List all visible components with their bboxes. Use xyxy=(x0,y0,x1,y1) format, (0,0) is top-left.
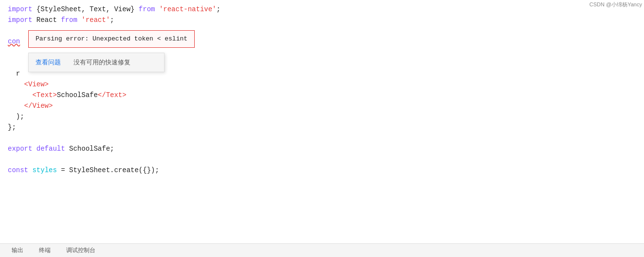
styles-var: styles xyxy=(32,165,56,176)
code-line-10: }; xyxy=(8,122,644,133)
code-area: import {StyleSheet, Text, View} from 're… xyxy=(0,0,644,179)
keyword-import: import xyxy=(8,4,37,15)
watermark-text: CSDN @小绵杨Yancy xyxy=(589,1,642,7)
keyword-import-2: import xyxy=(8,15,37,25)
school-safe-text: SchoolSafe xyxy=(57,90,98,100)
code-line-2: import React from 'react' ; xyxy=(8,15,644,25)
tab-debug-console[interactable]: 调试控制台 xyxy=(58,244,103,257)
tab-output[interactable]: 输出 xyxy=(4,244,31,257)
close-paren: ); xyxy=(16,111,24,122)
keyword-from-2: from xyxy=(61,15,81,25)
semicolon: ; xyxy=(217,4,221,15)
watermark: CSDN @小绵杨Yancy xyxy=(589,1,642,8)
r-partial: r xyxy=(16,68,20,79)
code-line-12: export default SchoolSafe; xyxy=(8,143,644,154)
code-line-1: import {StyleSheet, Text, View} from 're… xyxy=(8,4,644,15)
indent-8 xyxy=(8,100,24,111)
keyword-from: from xyxy=(139,4,159,15)
view-close-tag: </View> xyxy=(24,100,53,111)
semicolon-2: ; xyxy=(110,15,114,25)
error-text: Parsing error: Unexpected token < eslint xyxy=(36,35,187,42)
blank-line-3 xyxy=(8,154,644,165)
code-line-6: <View> xyxy=(8,79,644,90)
bottom-tabs: 输出 终端 调试控制台 xyxy=(4,244,103,257)
bottom-bar: 输出 终端 调试控制台 xyxy=(0,243,644,257)
view-problem-link[interactable]: 查看问题 xyxy=(29,55,68,70)
indent-5 xyxy=(8,68,16,79)
code-line-8: </View> xyxy=(8,100,644,111)
editor-container: import {StyleSheet, Text, View} from 're… xyxy=(0,0,644,257)
no-quick-fix-text: 没有可用的快速修复 xyxy=(70,55,134,70)
import-specifiers: {StyleSheet, Text, View} xyxy=(37,4,139,15)
code-line-7: <Text> SchoolSafe </Text> xyxy=(8,90,644,100)
code-line-9: ); xyxy=(8,111,644,122)
blank-line-2 xyxy=(8,133,644,143)
react-identifier: React xyxy=(37,15,61,25)
indent-9 xyxy=(8,111,16,122)
keyword-export: export xyxy=(8,143,37,154)
quick-fix-dropdown[interactable]: 查看问题 没有可用的快速修复 xyxy=(28,53,165,72)
tab-terminal[interactable]: 终端 xyxy=(31,244,58,257)
module-string-react: 'react' xyxy=(81,15,110,25)
stylesheet-create: = StyleSheet.create({}); xyxy=(57,165,159,176)
indent-7 xyxy=(8,90,32,100)
view-open-tag: <View> xyxy=(24,79,49,90)
indent-6 xyxy=(8,79,24,90)
code-line-14: const styles = StyleSheet.create({}); xyxy=(8,165,644,176)
text-close-tag: </Text> xyxy=(98,90,127,100)
module-string-react-native: 'react-native' xyxy=(159,4,217,15)
error-tooltip: Parsing error: Unexpected token < eslint xyxy=(28,30,195,48)
school-safe-export: SchoolSafe; xyxy=(69,143,114,154)
close-brace: }; xyxy=(8,122,16,133)
text-open-tag: <Text> xyxy=(32,90,56,100)
keyword-const: const xyxy=(8,165,32,176)
keyword-default: default xyxy=(37,143,69,154)
const-partial: con xyxy=(8,36,20,47)
